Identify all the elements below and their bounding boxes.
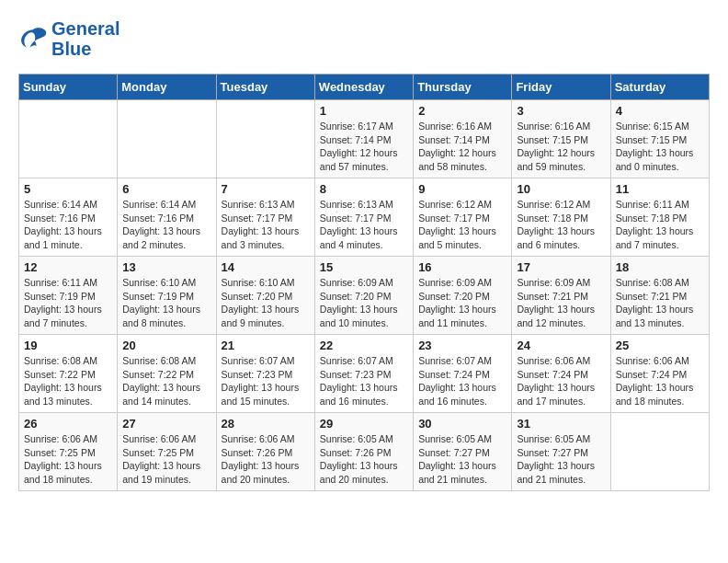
day-number: 3 — [517, 104, 605, 118]
day-info: Sunrise: 6:16 AM Sunset: 7:14 PM Dayligh… — [418, 120, 506, 174]
calendar-cell: 11Sunrise: 6:11 AM Sunset: 7:18 PM Dayli… — [610, 178, 709, 257]
day-info: Sunrise: 6:10 AM Sunset: 7:20 PM Dayligh… — [222, 276, 310, 330]
day-info: Sunrise: 6:14 AM Sunset: 7:16 PM Dayligh… — [122, 198, 210, 252]
calendar-header-row: SundayMondayTuesdayWednesdayThursdayFrid… — [19, 75, 710, 100]
day-info: Sunrise: 6:13 AM Sunset: 7:17 PM Dayligh… — [222, 198, 310, 252]
calendar-cell: 27Sunrise: 6:06 AM Sunset: 7:25 PM Dayli… — [118, 413, 216, 491]
header-tuesday: Tuesday — [216, 75, 314, 100]
day-number: 17 — [517, 260, 605, 274]
day-info: Sunrise: 6:12 AM Sunset: 7:18 PM Dayligh… — [517, 198, 605, 252]
header-sunday: Sunday — [19, 75, 118, 100]
calendar-cell: 17Sunrise: 6:09 AM Sunset: 7:21 PM Dayli… — [512, 257, 610, 335]
day-info: Sunrise: 6:09 AM Sunset: 7:20 PM Dayligh… — [418, 276, 506, 330]
day-info: Sunrise: 6:06 AM Sunset: 7:25 PM Dayligh… — [122, 432, 210, 487]
calendar-cell: 9Sunrise: 6:12 AM Sunset: 7:17 PM Daylig… — [414, 178, 512, 257]
calendar-cell — [216, 100, 314, 178]
calendar-cell: 6Sunrise: 6:14 AM Sunset: 7:16 PM Daylig… — [118, 178, 216, 257]
day-number: 9 — [418, 182, 506, 196]
day-number: 10 — [517, 182, 605, 196]
day-info: Sunrise: 6:05 AM Sunset: 7:27 PM Dayligh… — [517, 432, 605, 487]
day-info: Sunrise: 6:16 AM Sunset: 7:15 PM Dayligh… — [517, 120, 605, 174]
day-info: Sunrise: 6:06 AM Sunset: 7:26 PM Dayligh… — [222, 432, 310, 487]
calendar-cell: 14Sunrise: 6:10 AM Sunset: 7:20 PM Dayli… — [216, 257, 314, 335]
calendar-cell: 1Sunrise: 6:17 AM Sunset: 7:14 PM Daylig… — [314, 100, 413, 178]
day-info: Sunrise: 6:09 AM Sunset: 7:20 PM Dayligh… — [320, 276, 408, 330]
calendar-cell — [610, 413, 709, 491]
day-number: 14 — [222, 260, 310, 274]
day-number: 30 — [418, 417, 506, 431]
day-info: Sunrise: 6:13 AM Sunset: 7:17 PM Dayligh… — [320, 198, 408, 252]
calendar-cell — [118, 100, 216, 178]
day-number: 6 — [122, 182, 210, 196]
day-info: Sunrise: 6:15 AM Sunset: 7:15 PM Dayligh… — [616, 120, 704, 174]
day-number: 22 — [320, 339, 408, 352]
day-number: 18 — [616, 260, 704, 274]
day-number: 4 — [616, 104, 704, 118]
day-number: 31 — [517, 417, 605, 431]
logo: General Blue — [18, 18, 119, 59]
page-header: General Blue — [18, 18, 710, 59]
day-info: Sunrise: 6:07 AM Sunset: 7:23 PM Dayligh… — [320, 354, 408, 408]
calendar-cell: 19Sunrise: 6:08 AM Sunset: 7:22 PM Dayli… — [19, 335, 118, 413]
day-number: 26 — [24, 417, 112, 431]
calendar-cell: 18Sunrise: 6:08 AM Sunset: 7:21 PM Dayli… — [610, 257, 709, 335]
day-number: 27 — [122, 417, 210, 431]
calendar-cell: 23Sunrise: 6:07 AM Sunset: 7:24 PM Dayli… — [414, 335, 512, 413]
day-number: 16 — [418, 260, 506, 274]
day-info: Sunrise: 6:09 AM Sunset: 7:21 PM Dayligh… — [517, 276, 605, 330]
calendar-cell: 16Sunrise: 6:09 AM Sunset: 7:20 PM Dayli… — [414, 257, 512, 335]
logo-icon — [18, 26, 48, 52]
calendar-cell: 26Sunrise: 6:06 AM Sunset: 7:25 PM Dayli… — [19, 413, 118, 491]
day-number: 12 — [24, 260, 112, 274]
calendar-cell: 29Sunrise: 6:05 AM Sunset: 7:26 PM Dayli… — [314, 413, 413, 491]
day-number: 20 — [122, 339, 210, 352]
calendar-cell: 30Sunrise: 6:05 AM Sunset: 7:27 PM Dayli… — [414, 413, 512, 491]
week-row-3: 12Sunrise: 6:11 AM Sunset: 7:19 PM Dayli… — [19, 257, 710, 335]
day-info: Sunrise: 6:14 AM Sunset: 7:16 PM Dayligh… — [24, 198, 112, 252]
day-info: Sunrise: 6:05 AM Sunset: 7:27 PM Dayligh… — [418, 432, 506, 487]
calendar-cell: 13Sunrise: 6:10 AM Sunset: 7:19 PM Dayli… — [118, 257, 216, 335]
calendar-cell: 21Sunrise: 6:07 AM Sunset: 7:23 PM Dayli… — [216, 335, 314, 413]
day-number: 24 — [517, 339, 605, 352]
calendar-cell: 24Sunrise: 6:06 AM Sunset: 7:24 PM Dayli… — [512, 335, 610, 413]
day-number: 13 — [122, 260, 210, 274]
calendar-cell: 28Sunrise: 6:06 AM Sunset: 7:26 PM Dayli… — [216, 413, 314, 491]
calendar-table: SundayMondayTuesdayWednesdayThursdayFrid… — [18, 74, 710, 491]
day-number: 15 — [320, 260, 408, 274]
day-number: 28 — [222, 417, 310, 431]
header-thursday: Thursday — [414, 75, 512, 100]
header-friday: Friday — [512, 75, 610, 100]
day-number: 25 — [616, 339, 704, 352]
day-number: 7 — [222, 182, 310, 196]
calendar-cell: 8Sunrise: 6:13 AM Sunset: 7:17 PM Daylig… — [314, 178, 413, 257]
day-info: Sunrise: 6:08 AM Sunset: 7:21 PM Dayligh… — [616, 276, 704, 330]
calendar-cell: 31Sunrise: 6:05 AM Sunset: 7:27 PM Dayli… — [512, 413, 610, 491]
day-info: Sunrise: 6:06 AM Sunset: 7:24 PM Dayligh… — [616, 354, 704, 408]
calendar-cell: 3Sunrise: 6:16 AM Sunset: 7:15 PM Daylig… — [512, 100, 610, 178]
calendar-cell: 20Sunrise: 6:08 AM Sunset: 7:22 PM Dayli… — [118, 335, 216, 413]
calendar-cell: 2Sunrise: 6:16 AM Sunset: 7:14 PM Daylig… — [414, 100, 512, 178]
header-saturday: Saturday — [610, 75, 709, 100]
day-info: Sunrise: 6:08 AM Sunset: 7:22 PM Dayligh… — [122, 354, 210, 408]
calendar-cell: 22Sunrise: 6:07 AM Sunset: 7:23 PM Dayli… — [314, 335, 413, 413]
calendar-cell: 5Sunrise: 6:14 AM Sunset: 7:16 PM Daylig… — [19, 178, 118, 257]
logo-text: General Blue — [51, 18, 119, 59]
calendar-cell — [19, 100, 118, 178]
day-number: 21 — [222, 339, 310, 352]
calendar-cell: 15Sunrise: 6:09 AM Sunset: 7:20 PM Dayli… — [314, 257, 413, 335]
day-number: 19 — [24, 339, 112, 352]
calendar-cell: 12Sunrise: 6:11 AM Sunset: 7:19 PM Dayli… — [19, 257, 118, 335]
day-number: 11 — [616, 182, 704, 196]
day-info: Sunrise: 6:11 AM Sunset: 7:19 PM Dayligh… — [24, 276, 112, 330]
week-row-4: 19Sunrise: 6:08 AM Sunset: 7:22 PM Dayli… — [19, 335, 710, 413]
day-info: Sunrise: 6:06 AM Sunset: 7:25 PM Dayligh… — [24, 432, 112, 487]
day-info: Sunrise: 6:06 AM Sunset: 7:24 PM Dayligh… — [517, 354, 605, 408]
calendar-cell: 7Sunrise: 6:13 AM Sunset: 7:17 PM Daylig… — [216, 178, 314, 257]
day-number: 23 — [418, 339, 506, 352]
week-row-1: 1Sunrise: 6:17 AM Sunset: 7:14 PM Daylig… — [19, 100, 710, 178]
day-number: 5 — [24, 182, 112, 196]
day-info: Sunrise: 6:12 AM Sunset: 7:17 PM Dayligh… — [418, 198, 506, 252]
day-info: Sunrise: 6:08 AM Sunset: 7:22 PM Dayligh… — [24, 354, 112, 408]
day-info: Sunrise: 6:07 AM Sunset: 7:24 PM Dayligh… — [418, 354, 506, 408]
week-row-2: 5Sunrise: 6:14 AM Sunset: 7:16 PM Daylig… — [19, 178, 710, 257]
